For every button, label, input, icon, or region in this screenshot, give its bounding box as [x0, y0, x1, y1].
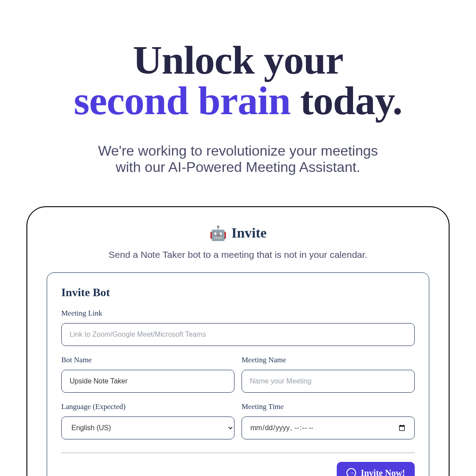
meeting-time-label: Meeting Time	[242, 402, 415, 411]
hero-subtitle: We're working to revolutionize your meet…	[0, 143, 476, 175]
bot-name-field: Bot Name	[61, 356, 234, 393]
language-field: Language (Expected) English (US)	[61, 402, 234, 439]
invite-form: Invite Bot Meeting Link Bot Name Meeting…	[47, 272, 429, 476]
invite-now-label: Invite Now!	[361, 468, 405, 476]
hero-accent: second brain	[74, 78, 290, 123]
bot-name-label: Bot Name	[61, 356, 234, 364]
hero-line1: Unlock your	[133, 37, 343, 82]
hero-line2-end: today.	[290, 78, 402, 123]
language-select[interactable]: English (US)	[61, 416, 234, 439]
invite-title: 🤖 Invite	[209, 225, 267, 242]
hero-sub-line2: with our AI-Powered Meeting Assistant.	[116, 159, 361, 175]
invite-header: 🤖 Invite Send a Note Taker bot to a meet…	[47, 225, 429, 260]
meeting-name-field: Meeting Name	[242, 356, 415, 393]
arrow-right-circle-icon: →	[346, 468, 356, 476]
invite-now-button[interactable]: → Invite Now!	[337, 462, 415, 476]
meeting-time-input[interactable]	[242, 416, 415, 439]
form-actions: → Invite Now!	[61, 462, 415, 476]
robot-icon: 🤖	[209, 225, 227, 242]
meeting-name-label: Meeting Name	[242, 356, 415, 364]
invite-description: Send a Note Taker bot to a meeting that …	[47, 249, 429, 260]
form-title: Invite Bot	[61, 286, 415, 299]
hero-sub-line1: We're working to revolutionize your meet…	[98, 143, 378, 159]
hero-section: Unlock your second brain today. We're wo…	[0, 0, 476, 175]
hero-title: Unlock your second brain today.	[0, 40, 476, 121]
meeting-link-field: Meeting Link	[61, 309, 415, 346]
bot-name-input[interactable]	[61, 370, 234, 393]
meeting-name-input[interactable]	[242, 370, 415, 393]
invite-card: 🤖 Invite Send a Note Taker bot to a meet…	[26, 206, 450, 476]
language-label: Language (Expected)	[61, 402, 234, 411]
meeting-time-field: Meeting Time	[242, 402, 415, 439]
form-divider	[61, 453, 415, 453]
meeting-link-label: Meeting Link	[61, 309, 415, 318]
meeting-link-input[interactable]	[61, 323, 415, 346]
invite-title-text: Invite	[231, 225, 267, 241]
